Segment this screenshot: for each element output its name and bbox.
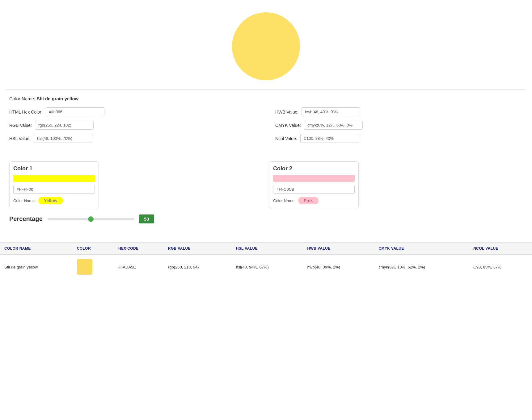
color-table: COLOR NAME COLOR HEX CODE RGB VALUE HSL … xyxy=(0,242,532,279)
color1-name-label: Color Name: xyxy=(13,198,36,203)
color2-name-row: Color Name: Pink xyxy=(273,197,355,204)
color-card-1: Color 1 Color Name: Yellow xyxy=(9,161,99,208)
th-hwb: HWB VALUE xyxy=(303,242,374,255)
color2-hex-input[interactable] xyxy=(273,185,355,194)
values-grid: HTML Hex Color: HWB Value: RGB Value: CM… xyxy=(9,107,523,143)
ncol-label: Ncol Value: xyxy=(275,136,297,141)
rgb-label: RGB Value: xyxy=(9,123,32,128)
percentage-slider[interactable] xyxy=(48,217,134,221)
color-name-label-text: Color Name: xyxy=(9,96,35,101)
color-info-section: Color Name: Stil de grain yellow HTML He… xyxy=(0,90,532,158)
color-name-row: Color Name: Stil de grain yellow xyxy=(9,96,523,101)
hwb-input[interactable] xyxy=(302,107,360,116)
th-hsl: HSL VALUE xyxy=(232,242,303,255)
table-head: COLOR NAME COLOR HEX CODE RGB VALUE HSL … xyxy=(0,242,532,255)
cmyk-input[interactable] xyxy=(304,121,363,130)
table-body: Stil de grain yellow#FADA5Ergb(250, 218,… xyxy=(0,255,532,279)
html-hex-label: HTML Hex Color: xyxy=(9,110,43,114)
color2-bar xyxy=(273,175,355,182)
color-circle-section xyxy=(0,0,532,89)
hsl-input[interactable] xyxy=(34,134,92,143)
th-ncol: NCOL VALUE xyxy=(469,242,532,255)
th-hex-code: HEX CODE xyxy=(114,242,164,255)
color-swatch xyxy=(77,259,92,275)
cmyk-label: CMYK Value: xyxy=(275,123,301,128)
table-cell: hwb(48, 39%, 2%) xyxy=(303,255,374,279)
percentage-value: 50 xyxy=(139,214,154,223)
rgb-input[interactable] xyxy=(35,121,94,130)
cmyk-row: CMYK Value: xyxy=(275,121,523,130)
rgb-row: RGB Value: xyxy=(9,121,257,130)
color2-name-label: Color Name: xyxy=(273,198,296,203)
color-mixer-grid: Color 1 Color Name: Yellow Color 2 Color… xyxy=(9,161,523,208)
ncol-input[interactable] xyxy=(300,134,359,143)
color1-hex-input[interactable] xyxy=(13,185,95,194)
table-cell: cmyk(0%, 13%, 62%, 2%) xyxy=(374,255,469,279)
table-row: Stil de grain yellow#FADA5Ergb(250, 218,… xyxy=(0,255,532,279)
color1-name-row: Color Name: Yellow xyxy=(13,197,95,204)
table-cell: rgb(250, 218, 94) xyxy=(164,255,232,279)
color-mixer-section: Color 1 Color Name: Yellow Color 2 Color… xyxy=(0,158,532,239)
color1-bar xyxy=(13,175,95,182)
color-circle xyxy=(232,12,300,80)
color-card-2: Color 2 Color Name: Pink xyxy=(269,161,359,208)
table-cell: hsl(48, 94%, 67%) xyxy=(232,255,303,279)
color-name-value: Stil de grain yellow xyxy=(36,96,78,101)
hwb-row: HWB Value: xyxy=(275,107,523,116)
html-hex-input[interactable] xyxy=(46,107,104,116)
th-rgb: RGB VALUE xyxy=(164,242,232,255)
table-cell: C98, 85%, 37% xyxy=(469,255,532,279)
percentage-label: Percentage xyxy=(9,215,43,222)
percentage-section: Percentage 50 xyxy=(9,214,523,223)
hwb-label: HWB Value: xyxy=(275,110,298,114)
html-hex-row: HTML Hex Color: xyxy=(9,107,257,116)
table-cell: #FADA5E xyxy=(114,255,164,279)
table-header-row: COLOR NAME COLOR HEX CODE RGB VALUE HSL … xyxy=(0,242,532,255)
percentage-slider-thumb xyxy=(88,216,94,222)
color-table-section: COLOR NAME COLOR HEX CODE RGB VALUE HSL … xyxy=(0,242,532,279)
ncol-row: Ncol Value: xyxy=(275,134,523,143)
color2-badge: Pink xyxy=(298,197,319,204)
th-color: COLOR xyxy=(73,242,114,255)
hsl-row: HSL Value: xyxy=(9,134,257,143)
table-cell: Stil de grain yellow xyxy=(0,255,73,279)
color2-title: Color 2 xyxy=(273,165,355,172)
hsl-label: HSL Value: xyxy=(9,136,31,141)
th-cmyk: CMYK VALUE xyxy=(374,242,469,255)
th-color-name: COLOR NAME xyxy=(0,242,73,255)
color1-badge: Yellow xyxy=(38,197,63,204)
color1-title: Color 1 xyxy=(13,165,95,172)
